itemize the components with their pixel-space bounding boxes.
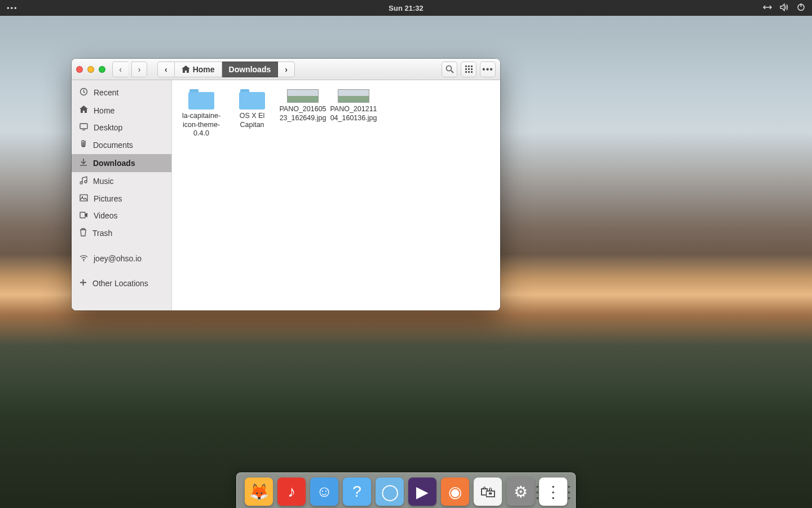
svg-rect-8 (468, 68, 470, 70)
file-label: PANO_20160523_162649.jpg (278, 105, 328, 122)
sidebar-item-pictures[interactable]: Pictures (72, 190, 171, 207)
sidebar-item-trash[interactable]: Trash (72, 224, 171, 242)
dock-apps-icon[interactable]: ⋮⋮⋮ (539, 478, 567, 506)
dock-help-icon[interactable]: ? (343, 478, 371, 506)
svg-rect-14 (80, 124, 87, 129)
clock[interactable]: Sun 21:32 (389, 4, 423, 12)
sidebar-item-recent[interactable]: Recent (72, 84, 171, 102)
sidebar-item-downloads[interactable]: Downloads (72, 154, 171, 172)
sidebar-item-label: Other Locations (92, 279, 148, 288)
home-icon (182, 65, 190, 73)
dock-videos-icon[interactable]: ▶ (408, 478, 436, 506)
nav-forward-button[interactable]: › (131, 62, 147, 77)
path-segment-current[interactable]: Downloads (222, 62, 279, 77)
sidebar-item-documents[interactable]: Documents (72, 136, 171, 154)
sidebar-item-label: Desktop (94, 123, 122, 132)
network-icon[interactable] (763, 4, 772, 12)
file-label: PANO_20121104_160136.jpg (329, 105, 378, 122)
video-icon (80, 211, 88, 220)
sidebar-item-label: Home (94, 106, 114, 115)
sidebar-item-label: Pictures (94, 194, 122, 203)
file-item[interactable]: PANO_20121104_160136.jpg (329, 88, 378, 144)
plus-icon (80, 279, 87, 288)
file-manager-window: ‹ › ‹ Home Downloads › ••• (72, 59, 500, 310)
dock-software-icon[interactable]: 🛍 (474, 478, 502, 506)
sidebar-item-label: Music (93, 177, 114, 186)
dock-chromium-icon[interactable]: ◯ (376, 478, 404, 506)
file-item[interactable]: PANO_20160523_162649.jpg (278, 88, 328, 144)
svg-rect-6 (471, 65, 473, 67)
hamburger-menu-button[interactable]: ••• (480, 62, 496, 77)
path-current-label: Downloads (229, 65, 271, 74)
svg-rect-9 (471, 68, 473, 70)
sidebar-item-label: Documents (93, 141, 133, 150)
sidebar-item-joey-ohso-io[interactable]: joey@ohso.io (72, 250, 171, 267)
folder-icon (239, 89, 265, 110)
activities-dots-icon[interactable]: ••• (7, 4, 18, 12)
svg-rect-7 (465, 68, 467, 70)
dock: 🦊♪☺?◯▶◉🛍⚙⋮⋮⋮ (236, 472, 576, 508)
path-bar: ‹ Home Downloads › (157, 62, 295, 77)
down-icon (80, 158, 87, 168)
dock-files-icon[interactable]: ☺ (310, 478, 338, 506)
search-icon (445, 65, 454, 73)
power-icon[interactable] (797, 3, 805, 13)
path-prev-button[interactable]: ‹ (157, 62, 175, 77)
search-button[interactable] (442, 62, 457, 77)
nav-back-button[interactable]: ‹ (112, 62, 128, 77)
sidebar: RecentHomeDesktopDocumentsDownloadsMusic… (72, 80, 172, 310)
svg-rect-11 (468, 71, 470, 73)
titlebar[interactable]: ‹ › ‹ Home Downloads › ••• (72, 59, 500, 80)
sidebar-item-label: Trash (92, 229, 112, 238)
file-item[interactable]: la-capitaine-icon-theme-0.4.0 (176, 88, 226, 144)
sidebar-item-desktop[interactable]: Desktop (72, 119, 171, 136)
svg-rect-4 (465, 65, 467, 67)
sidebar-item-label: Downloads (93, 159, 135, 168)
dock-screenshot-icon[interactable]: ◉ (441, 478, 469, 506)
file-label: la-capitaine-icon-theme-0.4.0 (176, 112, 226, 138)
file-grid[interactable]: la-capitaine-icon-theme-0.4.0OS X El Cap… (172, 80, 500, 310)
maximize-button[interactable] (99, 66, 105, 73)
window-controls (76, 66, 105, 73)
wifi-icon (80, 254, 88, 263)
image-thumbnail (338, 89, 369, 103)
music-icon (80, 176, 87, 186)
sidebar-item-label: Videos (94, 211, 118, 220)
svg-line-3 (451, 71, 453, 73)
dock-rhythmbox-icon[interactable]: ♪ (277, 478, 306, 506)
svg-rect-16 (80, 195, 87, 201)
svg-rect-5 (468, 65, 470, 67)
view-mode-button[interactable] (461, 62, 476, 77)
image-thumbnail (287, 89, 319, 103)
sidebar-item-videos[interactable]: Videos (72, 207, 171, 224)
sidebar-item-home[interactable]: Home (72, 102, 171, 119)
svg-rect-10 (465, 71, 467, 73)
menu-icon: ••• (482, 64, 493, 75)
volume-icon[interactable] (780, 3, 789, 13)
path-home-label: Home (193, 65, 215, 74)
path-next-button[interactable]: › (278, 62, 295, 77)
file-item[interactable]: OS X El Capitan (227, 88, 277, 144)
file-label: OS X El Capitan (227, 112, 277, 129)
clock-icon (80, 87, 88, 98)
trash-icon (80, 228, 87, 238)
svg-rect-12 (471, 71, 473, 73)
minimize-button[interactable] (87, 66, 94, 73)
sidebar-item-music[interactable]: Music (72, 172, 171, 190)
display-icon (80, 123, 88, 132)
svg-point-19 (83, 260, 85, 261)
folder-icon (188, 89, 214, 110)
home-icon (80, 106, 88, 115)
svg-rect-18 (80, 212, 85, 218)
dock-firefox-icon[interactable]: 🦊 (245, 478, 273, 506)
close-button[interactable] (76, 66, 83, 73)
picture-icon (80, 194, 88, 203)
grid-icon (465, 65, 473, 73)
svg-point-2 (446, 66, 451, 71)
clip-icon (80, 140, 87, 150)
sidebar-item-other-locations[interactable]: Other Locations (72, 275, 171, 292)
top-panel: ••• Sun 21:32 (0, 0, 812, 16)
path-segment-home[interactable]: Home (175, 62, 222, 77)
sidebar-item-label: Recent (94, 88, 118, 97)
sidebar-item-label: joey@ohso.io (94, 254, 142, 263)
